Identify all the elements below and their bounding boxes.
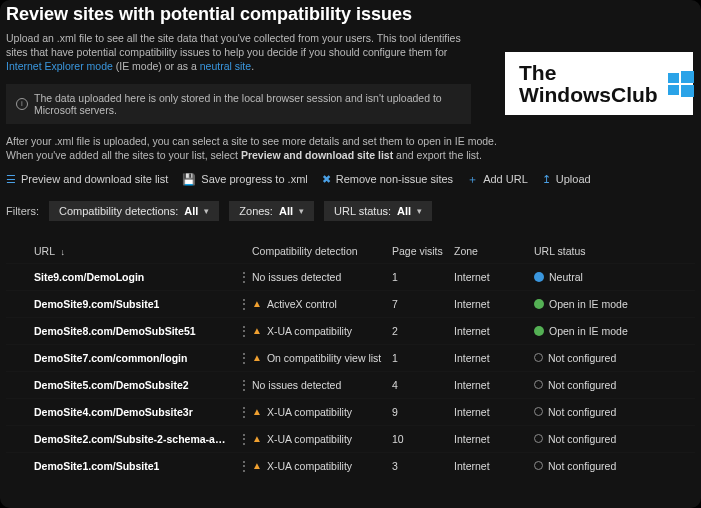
save-label: Save progress to .xml: [201, 173, 307, 185]
detection-text: No issues detected: [252, 271, 341, 283]
col-detection[interactable]: Compatibility detection: [248, 239, 388, 264]
chevron-down-icon: ▾: [204, 206, 209, 216]
preview-label: Preview and download site list: [21, 173, 168, 185]
after-upload-text: After your .xml file is uploaded, you ca…: [6, 134, 516, 162]
filter-compat-label: Compatibility detections:: [59, 205, 178, 217]
table-row[interactable]: DemoSite4.com/DemoSubsite3r⋮▲X-UA compat…: [6, 398, 695, 425]
add-url-button[interactable]: ＋ Add URL: [467, 172, 528, 187]
row-menu-button[interactable]: ⋮: [234, 290, 248, 317]
cell-visits: 1: [388, 263, 450, 290]
col-visits[interactable]: Page visits: [388, 239, 450, 264]
col-url[interactable]: URL ↓: [6, 239, 234, 264]
row-menu-button[interactable]: ⋮: [234, 344, 248, 371]
cell-visits: 9: [388, 398, 450, 425]
preview-download-button[interactable]: ☰ Preview and download site list: [6, 173, 168, 186]
col-status[interactable]: URL status: [530, 239, 695, 264]
cell-zone: Internet: [450, 425, 530, 452]
after-tail: and export the list.: [396, 149, 482, 161]
link-neutral-site[interactable]: neutral site: [200, 60, 251, 72]
filters-bar: Filters: Compatibility detections: All ▾…: [6, 201, 695, 221]
link-ie-mode[interactable]: Internet Explorer mode: [6, 60, 113, 72]
cell-detection: ▲X-UA compatibility: [248, 425, 388, 452]
watermark-line1: The: [519, 62, 658, 84]
upload-button[interactable]: ↥ Upload: [542, 173, 591, 186]
status-dot-unconfigured-icon: [534, 461, 543, 470]
warning-icon: ▲: [252, 433, 262, 444]
table-row[interactable]: DemoSite9.com/Subsite1⋮▲ActiveX control7…: [6, 290, 695, 317]
cell-detection: ▲On compatibility view list: [248, 344, 388, 371]
status-text: Open in IE mode: [549, 298, 628, 310]
cell-url: Site9.com/DemoLogin: [6, 263, 234, 290]
row-menu-button[interactable]: ⋮: [234, 371, 248, 398]
warning-icon: ▲: [252, 325, 262, 336]
row-menu-button[interactable]: ⋮: [234, 425, 248, 452]
cell-detection: ▲X-UA compatibility: [248, 317, 388, 344]
notice-text: The data uploaded here is only stored in…: [34, 92, 461, 116]
status-text: Not configured: [548, 352, 616, 364]
table-row[interactable]: DemoSite5.com/DemoSubsite2⋮No issues det…: [6, 371, 695, 398]
svg-rect-2: [668, 85, 679, 95]
cell-status: Open in IE mode: [530, 290, 695, 317]
detection-text: X-UA compatibility: [267, 433, 352, 445]
col-url-label: URL: [34, 245, 55, 257]
detection-text: No issues detected: [252, 379, 341, 391]
cell-url: DemoSite5.com/DemoSubsite2: [6, 371, 234, 398]
filter-url-label: URL status:: [334, 205, 391, 217]
table-row[interactable]: DemoSite2.com/Subsite-2-schema-and-enter…: [6, 425, 695, 452]
plus-icon: ＋: [467, 172, 478, 187]
table-row[interactable]: DemoSite1.com/Subsite1⋮▲X-UA compatibili…: [6, 452, 695, 479]
upload-label: Upload: [556, 173, 591, 185]
table-row[interactable]: DemoSite8.com/DemoSubSite51⋮▲X-UA compat…: [6, 317, 695, 344]
intro-mid: (IE mode) or as a: [116, 60, 200, 72]
row-menu-button[interactable]: ⋮: [234, 398, 248, 425]
cell-visits: 3: [388, 452, 450, 479]
filters-label: Filters:: [6, 205, 39, 217]
row-menu-button[interactable]: ⋮: [234, 263, 248, 290]
detection-text: ActiveX control: [267, 298, 337, 310]
cell-url: DemoSite1.com/Subsite1: [6, 452, 234, 479]
info-notice: i The data uploaded here is only stored …: [6, 84, 471, 124]
intro-text: Upload an .xml file to see all the site …: [6, 31, 466, 74]
filter-zones[interactable]: Zones: All ▾: [229, 201, 314, 221]
cell-zone: Internet: [450, 371, 530, 398]
warning-icon: ▲: [252, 298, 262, 309]
chevron-down-icon: ▾: [417, 206, 422, 216]
detection-text: X-UA compatibility: [267, 460, 352, 472]
row-menu-button[interactable]: ⋮: [234, 317, 248, 344]
status-dot-unconfigured-icon: [534, 380, 543, 389]
cell-zone: Internet: [450, 263, 530, 290]
cell-status: Not configured: [530, 344, 695, 371]
page-title: Review sites with potential compatibilit…: [6, 4, 695, 25]
status-text: Not configured: [548, 433, 616, 445]
svg-rect-1: [681, 71, 694, 83]
status-dot-iemode-icon: [534, 299, 544, 309]
watermark-line2: WindowsClub: [519, 84, 658, 106]
col-zone[interactable]: Zone: [450, 239, 530, 264]
cell-zone: Internet: [450, 344, 530, 371]
save-progress-button[interactable]: 💾 Save progress to .xml: [182, 173, 307, 186]
remove-nonissue-button[interactable]: ✖ Remove non-issue sites: [322, 173, 453, 186]
status-dot-unconfigured-icon: [534, 434, 543, 443]
detection-text: On compatibility view list: [267, 352, 381, 364]
table-row[interactable]: Site9.com/DemoLogin⋮No issues detected1I…: [6, 263, 695, 290]
watermark-thewindowsclub: The WindowsClub: [505, 52, 693, 115]
filter-url-status[interactable]: URL status: All ▾: [324, 201, 432, 221]
after-bold: Preview and download site list: [241, 149, 393, 161]
filter-compat-value: All: [184, 205, 198, 217]
cell-url: DemoSite2.com/Subsite-2-schema-and-enter…: [6, 425, 234, 452]
warning-icon: ▲: [252, 406, 262, 417]
chevron-down-icon: ▾: [299, 206, 304, 216]
cell-status: Neutral: [530, 263, 695, 290]
filter-compat[interactable]: Compatibility detections: All ▾: [49, 201, 219, 221]
filter-url-value: All: [397, 205, 411, 217]
list-icon: ☰: [6, 173, 16, 186]
cell-visits: 1: [388, 344, 450, 371]
upload-icon: ↥: [542, 173, 551, 186]
status-text: Open in IE mode: [549, 325, 628, 337]
status-text: Not configured: [548, 460, 616, 472]
row-menu-button[interactable]: ⋮: [234, 452, 248, 479]
cell-detection: ▲X-UA compatibility: [248, 452, 388, 479]
status-dot-neutral-icon: [534, 272, 544, 282]
add-label: Add URL: [483, 173, 528, 185]
table-row[interactable]: DemoSite7.com/common/login⋮▲On compatibi…: [6, 344, 695, 371]
